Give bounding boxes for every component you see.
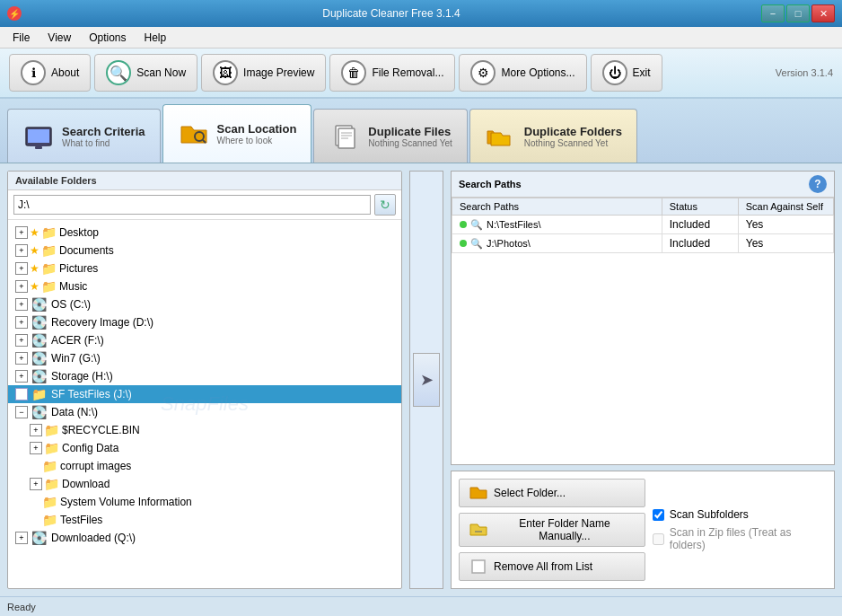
col-header-search-paths: Search Paths	[452, 198, 662, 216]
tree-label-os-c: OS (C:\)	[51, 298, 91, 311]
tree-item-system-volume[interactable]: 📁 System Volume Information	[8, 493, 401, 511]
tab-search-criteria-title: Search Criteria	[62, 125, 145, 138]
tree-label-win7-g: Win7 (G:\)	[51, 352, 101, 365]
tab-search-criteria-subtitle: What to find	[62, 138, 145, 148]
search-paths-header: Search Paths ?	[452, 172, 834, 198]
tree-item-win7-g[interactable]: + 💽 Win7 (G:\)	[8, 349, 401, 367]
action-buttons: Select Folder... Enter Folder Name Manua…	[459, 479, 645, 581]
scan-zip-label[interactable]: Scan in Zip files (Treat as folders)	[653, 526, 827, 551]
path-icon-1: 🔍	[470, 238, 483, 250]
tree-item-desktop[interactable]: + ★ 📁 Desktop	[8, 224, 401, 242]
tab-duplicate-folders[interactable]: Duplicate Folders Nothing Scanned Yet	[469, 109, 637, 163]
more-options-button[interactable]: ⚙ More Options...	[459, 54, 586, 92]
refresh-button[interactable]: ↻	[374, 194, 396, 216]
close-button[interactable]: ✕	[811, 4, 835, 22]
tree-item-config-data[interactable]: + 📁 Config Data	[8, 439, 401, 457]
tab-scan-location[interactable]: Scan Location Where to look	[162, 104, 312, 163]
path-row-1[interactable]: 🔍 J:\Photos\ Included Yes	[452, 234, 834, 253]
remove-all-button[interactable]: Remove All from List	[459, 552, 645, 581]
scan-zip-text: Scan in Zip files (Treat as folders)	[670, 526, 827, 551]
expand-downloaded-q[interactable]: +	[15, 532, 28, 544]
image-preview-button[interactable]: 🖼 Image Preview	[201, 54, 326, 92]
expand-recycle-bin[interactable]: +	[30, 424, 42, 436]
path-row-0[interactable]: 🔍 N:\TestFiles\ Included Yes	[452, 216, 834, 234]
tree-label-recycle-bin: $RECYCLE.BIN	[62, 424, 140, 436]
expand-documents[interactable]: +	[15, 244, 28, 257]
info-button[interactable]: ?	[809, 175, 827, 193]
add-path-button[interactable]: ➤	[413, 353, 440, 407]
scan-subfolders-checkbox[interactable]	[653, 509, 664, 521]
drive-icon-sf-testfiles-j: 📁	[31, 387, 47, 401]
tree-item-acer-f[interactable]: + 💽 ACER (F:\)	[8, 331, 401, 349]
file-removal-button[interactable]: 🗑 File Removal...	[329, 54, 455, 92]
tabs-area: Search Criteria What to find Scan Locati…	[0, 99, 842, 163]
scan-now-button[interactable]: 🔍 Scan Now	[94, 54, 197, 92]
scan-subfolders-label[interactable]: Scan Subfolders	[653, 508, 827, 521]
expand-data-n[interactable]: −	[15, 406, 28, 418]
tree-item-recovery-d[interactable]: + 💽 Recovery Image (D:\)	[8, 313, 401, 331]
tree-item-sf-testfiles-j[interactable]: + 📁 SF TestFiles (J:\)	[8, 385, 401, 403]
expand-storage-h[interactable]: +	[15, 370, 28, 383]
expand-pictures[interactable]: +	[15, 262, 28, 275]
duplicate-files-icon	[329, 120, 361, 153]
tab-scan-location-title: Scan Location	[217, 122, 297, 136]
tree-item-corrupt-images[interactable]: 📁 corrupt images	[8, 457, 401, 475]
app-icon: ⚡	[7, 6, 22, 21]
scan-self-cell-0: Yes	[738, 216, 833, 234]
enter-folder-name-button[interactable]: Enter Folder Name Manually...	[459, 513, 645, 547]
tree-label-system-volume: System Volume Information	[60, 496, 192, 508]
exit-icon: ⏻	[602, 60, 627, 85]
folder-input-row: ↻	[8, 190, 401, 220]
toolbar: ℹ About 🔍 Scan Now 🖼 Image Preview 🗑 Fil…	[0, 48, 842, 99]
expand-config-data[interactable]: +	[30, 442, 42, 454]
folder-icon-documents: 📁	[41, 243, 57, 258]
search-criteria-icon	[22, 120, 55, 153]
scan-zip-checkbox[interactable]	[653, 533, 664, 545]
tree-item-data-n[interactable]: − 💽 Data (N:\)	[8, 403, 401, 421]
minimize-button[interactable]: −	[761, 4, 785, 22]
main-area: Available Folders ↻ SnapFiles + ★ 📁 Desk…	[0, 163, 842, 596]
tree-item-documents[interactable]: + ★ 📁 Documents	[8, 242, 401, 260]
about-button[interactable]: ℹ About	[9, 54, 91, 92]
maximize-button[interactable]: □	[786, 4, 810, 22]
select-folder-icon	[469, 483, 488, 503]
tree-label-downloaded-q: Downloaded (Q:\)	[51, 532, 136, 544]
drive-icon-storage-h: 💽	[31, 369, 47, 383]
expand-sf-testfiles-j[interactable]: +	[15, 388, 28, 400]
tree-label-recovery-d: Recovery Image (D:\)	[51, 316, 153, 329]
folder-path-input[interactable]	[13, 195, 371, 215]
menu-options[interactable]: Options	[80, 30, 135, 46]
svg-rect-3	[35, 146, 42, 149]
tree-item-download[interactable]: + 📁 Download	[8, 475, 401, 493]
expand-download[interactable]: +	[30, 478, 42, 490]
left-panel: Available Folders ↻ SnapFiles + ★ 📁 Desk…	[7, 171, 402, 589]
expand-acer-f[interactable]: +	[15, 334, 28, 347]
star-icon-music: ★	[30, 280, 39, 293]
tree-item-testfiles[interactable]: 📁 TestFiles	[8, 511, 401, 529]
expand-os-c[interactable]: +	[15, 298, 28, 311]
menu-file[interactable]: File	[4, 30, 39, 46]
expand-win7-g[interactable]: +	[15, 352, 28, 365]
expand-desktop[interactable]: +	[15, 226, 28, 239]
tab-duplicate-files[interactable]: Duplicate Files Nothing Scanned Yet	[313, 109, 467, 163]
tree-item-recycle-bin[interactable]: + 📁 $RECYCLE.BIN	[8, 421, 401, 439]
tab-search-criteria[interactable]: Search Criteria What to find	[7, 109, 161, 163]
tree-item-downloaded-q[interactable]: + 💽 Downloaded (Q:\)	[8, 529, 401, 547]
path-cell-1: 🔍 J:\Photos\	[452, 234, 662, 253]
folder-icon-download: 📁	[44, 477, 59, 491]
status-dot-0	[460, 221, 467, 228]
tree-item-storage-h[interactable]: + 💽 Storage (H:\)	[8, 367, 401, 385]
folder-icon-recycle-bin: 📁	[44, 423, 59, 437]
tab-duplicate-folders-subtitle: Nothing Scanned Yet	[524, 138, 622, 148]
menu-help[interactable]: Help	[136, 30, 176, 46]
tree-item-music[interactable]: + ★ 📁 Music	[8, 277, 401, 295]
tree-item-pictures[interactable]: + ★ 📁 Pictures	[8, 260, 401, 277]
expand-recovery-d[interactable]: +	[15, 316, 28, 329]
menu-view[interactable]: View	[39, 30, 80, 46]
exit-button[interactable]: ⏻ Exit	[591, 54, 662, 92]
tree-item-os-c[interactable]: + 💽 OS (C:\)	[8, 295, 401, 313]
expand-music[interactable]: +	[15, 280, 28, 293]
select-folder-button[interactable]: Select Folder...	[459, 479, 645, 507]
folder-icon-music: 📁	[41, 279, 57, 294]
more-options-icon: ⚙	[470, 60, 496, 85]
